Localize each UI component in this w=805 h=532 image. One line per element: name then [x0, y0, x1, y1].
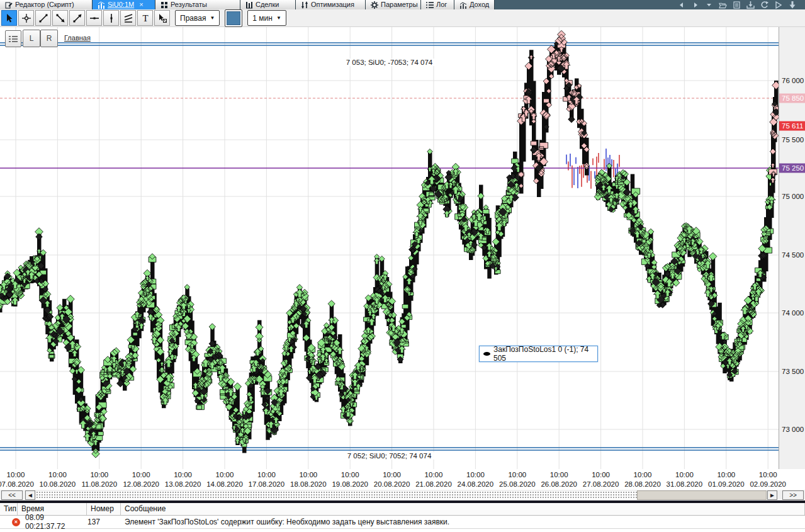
- log-column-Тип[interactable]: Тип: [0, 503, 18, 515]
- tick-time: 10:00: [667, 470, 703, 480]
- tick-date: 11.08.2020: [81, 480, 117, 489]
- tick-date: 21.08.2020: [415, 480, 452, 489]
- tick-date: 18.08.2020: [290, 480, 327, 489]
- left-axis-button[interactable]: L: [23, 30, 40, 47]
- tab-label: SiU0:1M: [108, 0, 134, 9]
- tick-time: 10:00: [624, 470, 661, 480]
- arrow-line-tool[interactable]: [69, 10, 85, 26]
- tab-доход[interactable]: Доход: [454, 0, 495, 9]
- channel-tool[interactable]: [120, 10, 136, 26]
- date-tick: 10:0021.08.2020: [415, 470, 452, 489]
- tab-bar: Редактор (Скрипт)SiU0:1M×РезультатыСделк…: [0, 0, 805, 9]
- date-tick: 10:0014.08.2020: [206, 470, 243, 489]
- tick-time: 10:00: [541, 470, 577, 480]
- tab-редактор-скрипт-[interactable]: Редактор (Скрипт): [0, 0, 93, 9]
- scroll-right-arrow[interactable]: ►: [767, 490, 777, 500]
- date-axis[interactable]: 10:0007.08.202010:0010.08.202010:0011.08…: [0, 469, 779, 490]
- editor-icon: [5, 1, 13, 9]
- horizontal-line-tool-icon: [89, 13, 99, 23]
- horizontal-line-tool[interactable]: [86, 10, 102, 26]
- chart-pane[interactable]: 7 053; SiU0; -7053; 74 074 7 052; SiU0; …: [0, 27, 779, 469]
- drawing-toolbar: TПравая▼1 мин▼: [0, 9, 805, 27]
- line-tool[interactable]: [35, 10, 51, 26]
- tooltip-text: ЗакПозПоStoLos1 0 (-1); 74 505: [493, 345, 594, 363]
- interval-dropdown[interactable]: 1 мин▼: [247, 10, 286, 26]
- tick-date: 19.08.2020: [332, 480, 368, 489]
- nav-back-icon[interactable]: [677, 1, 685, 9]
- price-tick-label: 73 500: [782, 368, 804, 375]
- tick-date: 31.08.2020: [667, 480, 703, 489]
- tick-time: 10:00: [332, 470, 368, 480]
- scrollbar-track[interactable]: [36, 491, 637, 499]
- tab-siu0-1m[interactable]: SiU0:1M×: [93, 0, 155, 9]
- chart-menu-button[interactable]: [5, 30, 21, 47]
- close-tab-icon[interactable]: ×: [139, 1, 143, 8]
- channel-tool-icon: [123, 13, 133, 23]
- tab-label: Результаты: [171, 0, 207, 9]
- tab-результаты[interactable]: Результаты: [155, 0, 240, 9]
- axis-side-value: Правая: [180, 14, 206, 23]
- vertical-line-tool-icon: [106, 13, 116, 23]
- tab-лог[interactable]: Лог: [421, 0, 454, 9]
- chart-icon: [98, 1, 105, 9]
- date-tick: 10:0024.08.2020: [458, 470, 494, 489]
- tab-параметры[interactable]: Параметры: [366, 0, 421, 9]
- tick-date: 17.08.2020: [249, 480, 285, 489]
- dropdown-caret-icon[interactable]: [705, 1, 713, 9]
- chart-color-swatch-button[interactable]: [225, 9, 242, 27]
- log-time: 08.09 00:21:37.72: [25, 513, 74, 531]
- right-axis-button[interactable]: R: [40, 30, 58, 47]
- scrollbar-thumb[interactable]: [637, 490, 767, 500]
- scroll-far-left-button[interactable]: <<: [1, 490, 23, 500]
- log-panel: ТипВремяНомерСообщение × 08.09 00:21:37.…: [0, 501, 805, 532]
- tick-date: 01.09.2020: [708, 480, 745, 489]
- income-icon: [459, 1, 467, 9]
- price-tick-label: 74 000: [782, 309, 804, 317]
- document-icon[interactable]: [733, 1, 741, 9]
- crosshair-tool[interactable]: [18, 10, 34, 26]
- nav-forward-icon[interactable]: [691, 1, 699, 9]
- tick-time: 10:00: [415, 470, 452, 480]
- date-tick: 10:0031.08.2020: [667, 470, 703, 489]
- text-tool-icon: T: [140, 13, 150, 23]
- axis-side-dropdown[interactable]: Правая▼: [175, 10, 220, 26]
- arrow-line-tool-icon: [72, 13, 82, 23]
- refresh-icon[interactable]: [760, 1, 768, 9]
- delete-object-tool[interactable]: [154, 10, 170, 26]
- price-level-badge: 75 250: [779, 164, 805, 173]
- tab-сделки[interactable]: Сделки: [240, 0, 296, 9]
- log-column-Номер[interactable]: Номер: [87, 503, 121, 515]
- tick-time: 10:00: [40, 470, 76, 480]
- scroll-left-arrow[interactable]: ◄: [25, 490, 35, 500]
- tab-label: Доход: [470, 0, 489, 9]
- import-icon[interactable]: [746, 1, 755, 9]
- long-trades-right-diamonds: [594, 163, 774, 377]
- tick-time: 10:00: [374, 470, 410, 480]
- tick-date: 07.08.2020: [0, 480, 34, 489]
- tick-date: 02.09.2020: [750, 480, 786, 489]
- log-row[interactable]: × 08.09 00:21:37.72 137 Элемент 'ЗакПозП…: [0, 516, 805, 529]
- text-tool[interactable]: T: [137, 10, 153, 26]
- chevron-down-icon: ▼: [276, 15, 281, 21]
- open-folder-icon[interactable]: [719, 1, 727, 9]
- run-icon[interactable]: [774, 1, 782, 9]
- tick-time: 10:00: [0, 470, 34, 480]
- vertical-line-tool[interactable]: [103, 10, 119, 26]
- date-tick: 10:0012.08.2020: [123, 470, 159, 489]
- download-icon[interactable]: [788, 1, 796, 9]
- tick-time: 10:00: [206, 470, 243, 480]
- tab-label: Редактор (Скрипт): [15, 0, 74, 9]
- date-tick: 10:0017.08.2020: [249, 470, 285, 489]
- pointer-tool[interactable]: [1, 10, 17, 26]
- scroll-far-right-button[interactable]: >>: [782, 490, 804, 500]
- tab-оптимизация[interactable]: Оптимизация: [296, 0, 366, 9]
- tick-time: 10:00: [458, 470, 494, 480]
- pane-label[interactable]: Главная: [64, 34, 91, 42]
- ray-down-tool[interactable]: [52, 10, 68, 26]
- trade-marker-icon: [483, 352, 490, 356]
- svg-text:T: T: [142, 13, 148, 23]
- color-swatch: [227, 11, 240, 25]
- log-column-Сообщение[interactable]: Сообщение: [121, 503, 805, 515]
- tick-time: 10:00: [249, 470, 285, 480]
- price-axis[interactable]: 76 00075 50075 00074 50074 00073 50073 0…: [779, 27, 805, 469]
